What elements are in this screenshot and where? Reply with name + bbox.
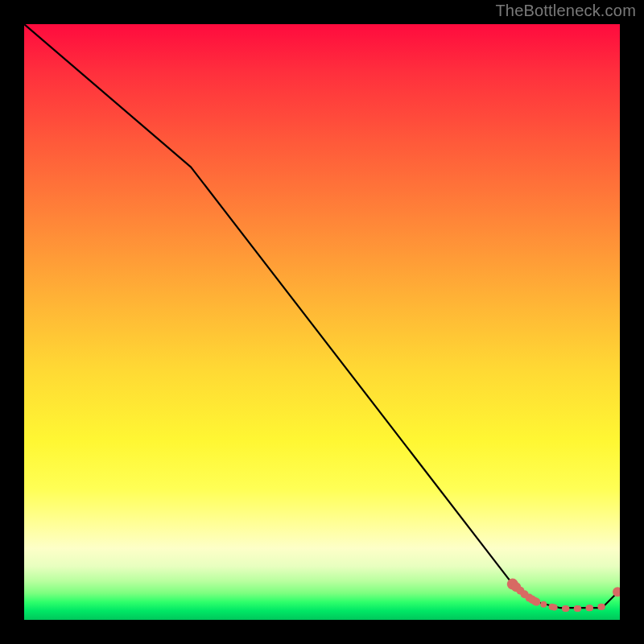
marker-dot — [540, 601, 547, 608]
bottleneck-curve-line — [24, 24, 620, 608]
chart-svg — [24, 24, 620, 620]
marker-dot — [575, 605, 581, 612]
marker-dot — [599, 604, 605, 610]
bottleneck-optimal-markers — [507, 579, 620, 612]
marker-dot — [563, 605, 569, 612]
marker-dot — [587, 605, 593, 611]
marker-dot — [551, 604, 558, 610]
marker-dot — [532, 598, 540, 606]
plot-area — [24, 24, 620, 620]
watermark-label: TheBottleneck.com — [495, 2, 636, 20]
chart-frame: TheBottleneck.com — [0, 0, 644, 644]
